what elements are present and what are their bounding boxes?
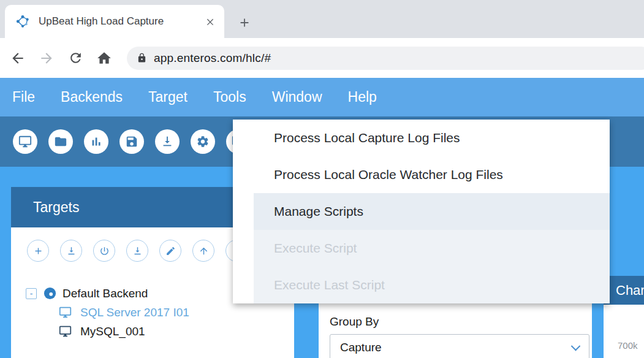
toolbar-folder-button[interactable] (48, 129, 73, 154)
group-by-value: Capture (340, 341, 382, 354)
bar-chart-icon (89, 135, 103, 148)
tools-dropdown-menu: Process Local Capture Log Files Process … (233, 120, 610, 303)
download-target-button[interactable] (126, 240, 148, 262)
menu-item-process-oracle-watcher[interactable]: Process Local Oracle Watcher Log Files (233, 156, 610, 193)
chevron-down-icon (571, 341, 581, 351)
menu-item-execute-last-script: Execute Last Script (233, 267, 610, 303)
toolbar-settings-button[interactable] (191, 129, 215, 154)
group-by-label: Group By (330, 315, 379, 329)
charts-panel-title: Charts (616, 283, 644, 299)
pencil-icon (165, 246, 176, 256)
folder-icon (54, 135, 67, 148)
toolbar-import-button[interactable] (155, 129, 180, 154)
menu-item-manage-scripts[interactable]: Manage Scripts (233, 193, 610, 230)
save-icon (125, 135, 138, 148)
refresh-button[interactable] (66, 49, 85, 67)
download-tray-icon (132, 246, 143, 256)
url-path: /hlc/# (243, 51, 271, 64)
tree-item-label: Default Backend (63, 287, 148, 300)
monitor-icon (18, 135, 32, 148)
menu-gutter (233, 120, 254, 303)
menu-item-process-local-capture[interactable]: Process Local Capture Log Files (233, 120, 610, 156)
toolbar-chart-button[interactable] (84, 129, 108, 154)
power-target-button[interactable] (93, 240, 115, 262)
menu-help[interactable]: Help (348, 89, 377, 105)
add-target-button[interactable] (27, 240, 49, 262)
gear-icon (196, 135, 210, 148)
tab-strip: UpBeat High Load Capture (0, 0, 644, 38)
monitor-icon (59, 306, 72, 319)
group-by-select[interactable]: Capture (330, 334, 589, 358)
tree-item-label: MySQL_001 (80, 325, 145, 338)
url-domain: app.enteros.com (154, 51, 243, 64)
plus-icon (33, 246, 44, 256)
power-icon (99, 246, 110, 256)
menu-file[interactable]: File (12, 89, 35, 105)
tree-item-sql-server[interactable]: SQL Server 2017 I01 (59, 303, 294, 322)
lock-icon (137, 53, 147, 63)
import-icon (161, 135, 174, 148)
import-target-button[interactable] (60, 240, 82, 262)
menu-item-execute-script: Execute Script (233, 230, 610, 267)
forward-button[interactable] (37, 49, 56, 67)
browser-window: UpBeat High Load Capture (0, 0, 644, 358)
menu-target[interactable]: Target (148, 89, 188, 105)
app-favicon-icon (15, 13, 31, 29)
toolbar-save-button[interactable] (119, 129, 144, 154)
home-button[interactable] (95, 49, 113, 67)
tab-title: UpBeat High Load Capture (39, 15, 203, 28)
targets-panel-title: Targets (33, 199, 79, 216)
import-tray-icon (66, 246, 77, 256)
new-tab-button[interactable] (234, 12, 255, 33)
browser-toolbar: app.enteros.com/hlc/# (0, 38, 644, 78)
tab-close-icon[interactable] (203, 15, 217, 28)
menu-window[interactable]: Window (272, 89, 322, 105)
tree-item-label: SQL Server 2017 I01 (80, 306, 189, 319)
monitor-icon (59, 325, 72, 338)
back-button[interactable] (9, 49, 27, 67)
menu-backends[interactable]: Backends (61, 89, 123, 105)
tree-collapse-toggle[interactable]: - (26, 288, 37, 299)
edit-target-button[interactable] (159, 240, 181, 262)
backend-globe-icon (43, 286, 57, 300)
browser-tab[interactable]: UpBeat High Load Capture (5, 5, 224, 38)
chart-y-axis-label: 700k (618, 340, 638, 351)
tree-item-mysql[interactable]: MySQL_001 (59, 322, 294, 341)
app-menubar: File Backends Target Tools Window Help (0, 78, 644, 116)
toolbar-monitor-button[interactable] (13, 129, 37, 154)
up-arrow-icon (199, 246, 209, 256)
upload-target-button[interactable] (192, 240, 214, 262)
address-bar[interactable]: app.enteros.com/hlc/# (127, 47, 644, 70)
menu-tools[interactable]: Tools (213, 89, 246, 105)
